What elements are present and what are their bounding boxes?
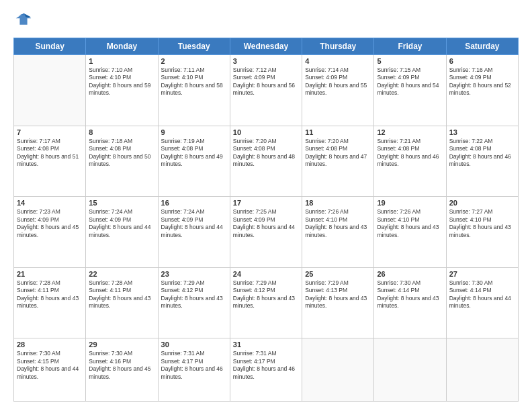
day-number: 1 [89, 57, 154, 65]
calendar-row-5: 28Sunrise: 7:30 AMSunset: 4:15 PMDayligh… [14, 338, 519, 402]
day-number: 4 [305, 57, 371, 65]
day-number: 25 [305, 270, 371, 278]
calendar-cell: 16Sunrise: 7:24 AMSunset: 4:09 PMDayligh… [158, 197, 230, 268]
day-number: 24 [233, 270, 299, 278]
cell-info: Sunrise: 7:19 AMSunset: 4:08 PMDaylight:… [161, 138, 227, 169]
calendar-row-2: 7Sunrise: 7:17 AMSunset: 4:08 PMDaylight… [14, 126, 519, 197]
weekday-header-sunday: Sunday [14, 38, 86, 55]
calendar-row-4: 21Sunrise: 7:28 AMSunset: 4:11 PMDayligh… [14, 267, 519, 338]
cell-info: Sunrise: 7:14 AMSunset: 4:09 PMDaylight:… [305, 66, 371, 97]
day-number: 29 [89, 340, 154, 349]
calendar-cell: 8Sunrise: 7:18 AMSunset: 4:08 PMDaylight… [86, 126, 158, 197]
calendar-cell [14, 55, 86, 126]
calendar-cell: 28Sunrise: 7:30 AMSunset: 4:15 PMDayligh… [14, 338, 86, 402]
cell-info: Sunrise: 7:23 AMSunset: 4:09 PMDaylight:… [17, 208, 83, 239]
calendar-cell [374, 338, 446, 402]
day-number: 15 [89, 199, 154, 207]
day-number: 19 [377, 199, 443, 207]
calendar-cell: 5Sunrise: 7:15 AMSunset: 4:09 PMDaylight… [374, 55, 446, 126]
logo-icon [13, 12, 34, 31]
weekday-header-thursday: Thursday [302, 38, 374, 55]
day-number: 12 [377, 128, 443, 136]
calendar-row-3: 14Sunrise: 7:23 AMSunset: 4:09 PMDayligh… [14, 197, 519, 268]
calendar-cell: 19Sunrise: 7:26 AMSunset: 4:10 PMDayligh… [374, 197, 446, 268]
cell-info: Sunrise: 7:20 AMSunset: 4:08 PMDaylight:… [305, 138, 371, 169]
day-number: 5 [377, 57, 443, 65]
header [13, 12, 519, 31]
calendar-cell: 23Sunrise: 7:29 AMSunset: 4:12 PMDayligh… [158, 267, 230, 338]
calendar-cell: 17Sunrise: 7:25 AMSunset: 4:09 PMDayligh… [230, 197, 302, 268]
cell-info: Sunrise: 7:29 AMSunset: 4:12 PMDaylight:… [161, 279, 227, 310]
weekday-header-tuesday: Tuesday [158, 38, 230, 55]
day-number: 26 [377, 270, 443, 278]
cell-info: Sunrise: 7:12 AMSunset: 4:09 PMDaylight:… [233, 66, 299, 97]
day-number: 2 [161, 57, 227, 65]
day-number: 11 [305, 128, 371, 136]
weekday-header-row: SundayMondayTuesdayWednesdayThursdayFrid… [14, 38, 519, 55]
day-number: 22 [89, 270, 154, 278]
weekday-header-saturday: Saturday [446, 38, 518, 55]
cell-info: Sunrise: 7:28 AMSunset: 4:11 PMDaylight:… [89, 279, 154, 310]
cell-info: Sunrise: 7:10 AMSunset: 4:10 PMDaylight:… [89, 66, 154, 97]
day-number: 20 [449, 199, 515, 207]
day-number: 9 [161, 128, 227, 136]
cell-info: Sunrise: 7:24 AMSunset: 4:09 PMDaylight:… [161, 208, 227, 239]
calendar-cell: 25Sunrise: 7:29 AMSunset: 4:13 PMDayligh… [302, 267, 374, 338]
logo [13, 12, 36, 31]
calendar-cell: 20Sunrise: 7:27 AMSunset: 4:10 PMDayligh… [446, 197, 518, 268]
calendar-cell: 9Sunrise: 7:19 AMSunset: 4:08 PMDaylight… [158, 126, 230, 197]
day-number: 17 [233, 199, 299, 207]
calendar-cell: 1Sunrise: 7:10 AMSunset: 4:10 PMDaylight… [86, 55, 158, 126]
cell-info: Sunrise: 7:24 AMSunset: 4:09 PMDaylight:… [89, 208, 154, 239]
calendar-cell: 11Sunrise: 7:20 AMSunset: 4:08 PMDayligh… [302, 126, 374, 197]
cell-info: Sunrise: 7:22 AMSunset: 4:08 PMDaylight:… [449, 138, 515, 169]
cell-info: Sunrise: 7:30 AMSunset: 4:15 PMDaylight:… [17, 350, 83, 381]
cell-info: Sunrise: 7:30 AMSunset: 4:14 PMDaylight:… [377, 279, 443, 310]
calendar-cell: 31Sunrise: 7:31 AMSunset: 4:17 PMDayligh… [230, 338, 302, 402]
day-number: 10 [233, 128, 299, 136]
cell-info: Sunrise: 7:29 AMSunset: 4:12 PMDaylight:… [233, 279, 299, 310]
day-number: 30 [161, 340, 227, 349]
day-number: 3 [233, 57, 299, 65]
cell-info: Sunrise: 7:29 AMSunset: 4:13 PMDaylight:… [305, 279, 371, 310]
cell-info: Sunrise: 7:31 AMSunset: 4:17 PMDaylight:… [233, 350, 299, 381]
calendar-cell: 10Sunrise: 7:20 AMSunset: 4:08 PMDayligh… [230, 126, 302, 197]
calendar-row-1: 1Sunrise: 7:10 AMSunset: 4:10 PMDaylight… [14, 55, 519, 126]
calendar-cell [446, 338, 518, 402]
day-number: 13 [449, 128, 515, 136]
calendar-cell: 26Sunrise: 7:30 AMSunset: 4:14 PMDayligh… [374, 267, 446, 338]
calendar-cell: 24Sunrise: 7:29 AMSunset: 4:12 PMDayligh… [230, 267, 302, 338]
calendar-cell: 18Sunrise: 7:26 AMSunset: 4:10 PMDayligh… [302, 197, 374, 268]
page: SundayMondayTuesdayWednesdayThursdayFrid… [0, 0, 532, 411]
calendar-cell: 21Sunrise: 7:28 AMSunset: 4:11 PMDayligh… [14, 267, 86, 338]
cell-info: Sunrise: 7:30 AMSunset: 4:14 PMDaylight:… [449, 279, 515, 310]
cell-info: Sunrise: 7:26 AMSunset: 4:10 PMDaylight:… [305, 208, 371, 239]
calendar-cell: 27Sunrise: 7:30 AMSunset: 4:14 PMDayligh… [446, 267, 518, 338]
calendar-cell: 14Sunrise: 7:23 AMSunset: 4:09 PMDayligh… [14, 197, 86, 268]
calendar-cell: 6Sunrise: 7:16 AMSunset: 4:09 PMDaylight… [446, 55, 518, 126]
calendar-cell: 30Sunrise: 7:31 AMSunset: 4:17 PMDayligh… [158, 338, 230, 402]
day-number: 6 [449, 57, 515, 65]
cell-info: Sunrise: 7:11 AMSunset: 4:10 PMDaylight:… [161, 66, 227, 97]
cell-info: Sunrise: 7:17 AMSunset: 4:08 PMDaylight:… [17, 138, 83, 169]
cell-info: Sunrise: 7:27 AMSunset: 4:10 PMDaylight:… [449, 208, 515, 239]
cell-info: Sunrise: 7:20 AMSunset: 4:08 PMDaylight:… [233, 138, 299, 169]
calendar-table: SundayMondayTuesdayWednesdayThursdayFrid… [13, 38, 519, 402]
day-number: 31 [233, 340, 299, 349]
weekday-header-friday: Friday [374, 38, 446, 55]
cell-info: Sunrise: 7:16 AMSunset: 4:09 PMDaylight:… [449, 66, 515, 97]
day-number: 18 [305, 199, 371, 207]
cell-info: Sunrise: 7:26 AMSunset: 4:10 PMDaylight:… [377, 208, 443, 239]
cell-info: Sunrise: 7:15 AMSunset: 4:09 PMDaylight:… [377, 66, 443, 97]
cell-info: Sunrise: 7:28 AMSunset: 4:11 PMDaylight:… [17, 279, 83, 310]
calendar-cell: 4Sunrise: 7:14 AMSunset: 4:09 PMDaylight… [302, 55, 374, 126]
cell-info: Sunrise: 7:21 AMSunset: 4:08 PMDaylight:… [377, 138, 443, 169]
day-number: 28 [17, 340, 83, 349]
cell-info: Sunrise: 7:18 AMSunset: 4:08 PMDaylight:… [89, 138, 154, 169]
cell-info: Sunrise: 7:25 AMSunset: 4:09 PMDaylight:… [233, 208, 299, 239]
calendar-cell: 3Sunrise: 7:12 AMSunset: 4:09 PMDaylight… [230, 55, 302, 126]
weekday-header-wednesday: Wednesday [230, 38, 302, 55]
calendar-cell: 7Sunrise: 7:17 AMSunset: 4:08 PMDaylight… [14, 126, 86, 197]
day-number: 14 [17, 199, 83, 207]
day-number: 7 [17, 128, 83, 136]
